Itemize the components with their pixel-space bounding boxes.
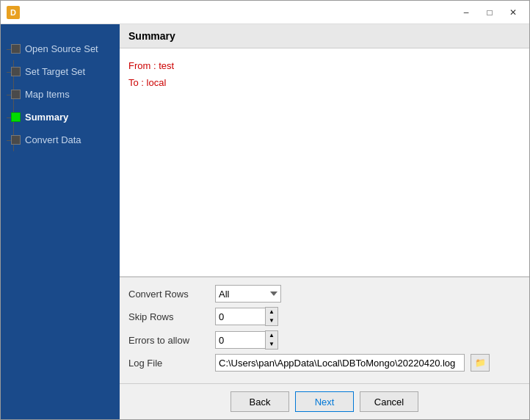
errors-to-allow-input[interactable] — [215, 331, 265, 349]
footer: Back Next Cancel — [120, 383, 529, 419]
log-file-row: Log File 📁 — [128, 354, 520, 372]
sidebar-dot-open-source-set — [11, 44, 21, 54]
titlebar-left: D — [7, 6, 20, 19]
close-button[interactable]: ✕ — [503, 5, 523, 20]
next-button[interactable]: Next — [295, 391, 354, 412]
form-section: Convert Rows All Range Skip Rows ▲ — [120, 277, 529, 383]
minimize-button[interactable]: – — [456, 5, 476, 20]
back-button[interactable]: Back — [230, 391, 289, 412]
sidebar-dot-summary — [11, 112, 21, 122]
app-icon: D — [7, 6, 20, 19]
main-header: Summary — [120, 24, 529, 48]
skip-rows-label: Skip Rows — [128, 311, 209, 322]
cancel-button[interactable]: Cancel — [360, 391, 418, 412]
sidebar-connector-area: Set Target Set Map Items — [1, 60, 120, 151]
convert-rows-select[interactable]: All Range — [215, 285, 281, 303]
convert-rows-row: Convert Rows All Range — [128, 285, 520, 303]
titlebar: D – □ ✕ — [1, 1, 529, 24]
sidebar-item-open-source-set[interactable]: Open Source Set — [1, 37, 120, 60]
summary-from: From : test — [128, 57, 520, 74]
sidebar-item-set-target-set[interactable]: Set Target Set — [1, 60, 120, 83]
sidebar-item-map-items[interactable]: Map Items — [1, 83, 120, 106]
log-browse-button[interactable]: 📁 — [471, 354, 490, 372]
skip-rows-row: Skip Rows ▲ ▼ — [128, 307, 520, 326]
sidebar: Open Source Set Set Target Set — [1, 24, 120, 419]
summary-to: To : local — [128, 74, 520, 91]
sidebar-label-summary: Summary — [25, 112, 68, 123]
errors-to-allow-label: Errors to allow — [128, 335, 209, 346]
errors-to-allow-row: Errors to allow ▲ ▼ — [128, 330, 520, 350]
main-panel: Summary From : test To : local Convert R… — [120, 24, 529, 419]
main-window: D – □ ✕ Open Source Set — [0, 0, 530, 420]
sidebar-dot-set-target-set — [11, 67, 21, 76]
sidebar-dot-convert-data — [11, 135, 21, 145]
errors-to-allow-spinner: ▲ ▼ — [215, 330, 278, 350]
summary-text: From : test To : local — [128, 57, 520, 92]
skip-rows-decrement[interactable]: ▼ — [266, 316, 277, 325]
summary-content: From : test To : local — [120, 48, 529, 277]
sidebar-tree: Open Source Set Set Target Set — [1, 32, 120, 157]
skip-rows-increment[interactable]: ▲ — [266, 308, 277, 316]
titlebar-controls: – □ ✕ — [456, 5, 523, 20]
skip-rows-spinner-btns: ▲ ▼ — [265, 307, 278, 326]
convert-rows-select-wrapper: All Range — [215, 285, 281, 303]
sidebar-label-open-source-set: Open Source Set — [25, 43, 98, 54]
sidebar-item-summary[interactable]: Summary — [1, 106, 120, 128]
log-file-label: Log File — [128, 358, 209, 369]
sidebar-dot-map-items — [11, 90, 21, 99]
errors-to-allow-increment[interactable]: ▲ — [266, 331, 277, 340]
skip-rows-input[interactable] — [215, 308, 265, 325]
skip-rows-spinner: ▲ ▼ — [215, 307, 278, 326]
content-area: Open Source Set Set Target Set — [1, 24, 529, 419]
log-file-input[interactable] — [215, 354, 465, 372]
sidebar-item-convert-data[interactable]: Convert Data — [1, 128, 120, 151]
folder-icon: 📁 — [475, 358, 486, 368]
sidebar-label-set-target-set: Set Target Set — [25, 66, 85, 77]
maximize-button[interactable]: □ — [479, 5, 500, 20]
sidebar-label-map-items: Map Items — [25, 89, 70, 100]
errors-to-allow-spinner-btns: ▲ ▼ — [265, 330, 278, 350]
convert-rows-label: Convert Rows — [128, 289, 209, 300]
errors-to-allow-decrement[interactable]: ▼ — [266, 340, 277, 349]
sidebar-label-convert-data: Convert Data — [25, 134, 81, 145]
